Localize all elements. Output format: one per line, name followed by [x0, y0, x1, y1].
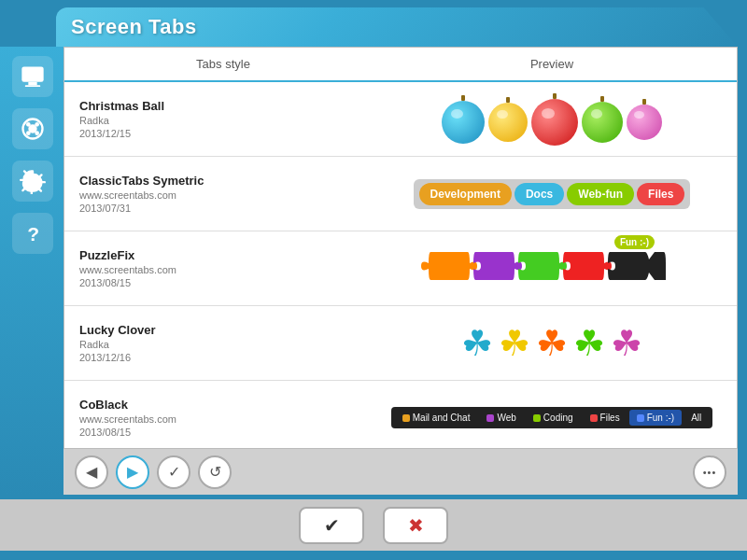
files-label: Files [600, 413, 620, 423]
monitor-icon [20, 63, 46, 90]
svg-rect-2 [25, 85, 40, 87]
table-header: Tabs style Preview [64, 48, 737, 82]
svg-point-7 [26, 131, 31, 135]
ornament-blue [442, 95, 485, 144]
row-title-classic: ClassicTabs Symetric [79, 174, 367, 188]
main-area: Tabs style Preview Christmas Ball Radka … [63, 47, 738, 495]
coblack-tabs-preview: Mail and Chat Web Coding Files [391, 407, 713, 428]
col-style-header: Tabs style [64, 57, 367, 71]
classic-tab-dev[interactable]: Development [419, 183, 512, 205]
table-row[interactable]: CoBlack www.screentabs.com 2013/08/15 Ma… [64, 381, 737, 455]
files-dot [590, 414, 598, 422]
svg-point-8 [35, 131, 39, 135]
fun-dot [637, 414, 644, 422]
svg-point-6 [35, 122, 39, 127]
coblack-tab-fun[interactable]: Fun :-) [629, 410, 682, 426]
coblack-tab-coding[interactable]: Coding [526, 410, 581, 426]
table-row[interactable]: ClassicTabs Symetric www.screentabs.com … [64, 157, 737, 231]
cancel-icon: ✖ [408, 514, 424, 537]
ok-icon: ✔ [324, 514, 340, 537]
svg-point-5 [26, 122, 31, 127]
col-preview-header: Preview [367, 57, 737, 71]
classic-tabs-preview: Development Docs Web-fun Files [414, 179, 691, 209]
coblack-tab-web[interactable]: Web [479, 410, 523, 426]
all-label: All [691, 413, 701, 423]
row-subtitle2-christmas: 2013/12/15 [79, 128, 367, 139]
paint-icon [20, 116, 46, 142]
row-info-classic: ClassicTabs Symetric www.screentabs.com … [64, 174, 367, 214]
refresh-icon: ↺ [209, 463, 221, 481]
row-subtitle2-clover: 2013/12/16 [79, 352, 367, 363]
clover-orange: ☘ [536, 323, 568, 364]
row-subtitle2-coblack: 2013/08/15 [79, 427, 367, 438]
more-button[interactable]: ••• [693, 455, 726, 489]
puzzle-preview: Fun :-) [421, 243, 683, 294]
puzzle-svg [421, 243, 683, 294]
ok-button[interactable]: ✔ [299, 507, 364, 544]
row-title-clover: Lucky Clover [79, 323, 367, 337]
sidebar-icon-settings[interactable] [12, 161, 53, 202]
classic-tab-webfun[interactable]: Web-fun [567, 183, 634, 205]
back-button[interactable]: ◀ [75, 455, 108, 489]
row-subtitle1-christmas: Radka [79, 115, 367, 126]
clover-blue: ☘ [461, 323, 493, 364]
web-label: Web [497, 413, 515, 423]
row-info-puzzle: PuzzleFix www.screentabs.com 2013/08/15 [64, 248, 367, 288]
forward-icon: ▶ [127, 463, 138, 481]
ornament-green [582, 96, 623, 143]
clover-preview: ☘ ☘ ☘ ☘ ☘ [461, 323, 642, 364]
row-preview-classic: Development Docs Web-fun Files [367, 179, 737, 209]
clover-green: ☘ [573, 323, 605, 364]
ornament-red [531, 93, 578, 146]
row-title-puzzle: PuzzleFix [79, 248, 367, 262]
toolbar-left: ◀ ▶ ✓ ↺ [75, 455, 232, 489]
web-dot [486, 414, 494, 422]
row-info-clover: Lucky Clover Radka 2013/12/16 [64, 323, 367, 363]
forward-button[interactable]: ▶ [116, 455, 149, 489]
row-preview-puzzle: Fun :-) [367, 243, 737, 294]
check-icon: ✓ [168, 463, 180, 481]
check-button[interactable]: ✓ [157, 455, 190, 489]
row-preview-coblack: Mail and Chat Web Coding Files [367, 407, 737, 428]
christmas-preview [442, 93, 662, 146]
table-row[interactable]: Christmas Ball Radka 2013/12/15 [64, 82, 737, 157]
svg-rect-0 [21, 67, 43, 82]
classic-tab-docs[interactable]: Docs [514, 183, 564, 205]
coblack-tab-files[interactable]: Files [583, 410, 627, 426]
app-title: Screen Tabs [71, 15, 197, 39]
sidebar-icon-help[interactable]: ? [12, 213, 53, 254]
table-row[interactable]: PuzzleFix www.screentabs.com 2013/08/15 … [64, 231, 737, 306]
row-info-coblack: CoBlack www.screentabs.com 2013/08/15 [64, 398, 367, 438]
sidebar-icon-monitor[interactable] [12, 56, 53, 97]
row-subtitle2-puzzle: 2013/08/15 [79, 277, 367, 288]
gear-icon [20, 168, 46, 194]
row-subtitle1-clover: Radka [79, 339, 367, 350]
title-bar: Screen Tabs [56, 7, 738, 47]
classic-tab-files[interactable]: Files [637, 183, 684, 205]
bottom-toolbar: ◀ ▶ ✓ ↺ ••• [63, 448, 738, 495]
row-subtitle2-classic: 2013/07/31 [79, 203, 367, 214]
mail-dot [402, 414, 410, 422]
coblack-tab-mail[interactable]: Mail and Chat [395, 410, 478, 426]
row-subtitle1-puzzle: www.screentabs.com [79, 264, 367, 275]
table-body: Christmas Ball Radka 2013/12/15 [64, 82, 737, 489]
row-preview-christmas [367, 93, 737, 146]
row-title-christmas: Christmas Ball [79, 99, 367, 113]
refresh-button[interactable]: ↺ [198, 455, 232, 489]
clover-pink: ☘ [611, 323, 642, 364]
help-icon: ? [20, 220, 46, 246]
back-icon: ◀ [86, 463, 97, 481]
fun-badge: Fun :-) [614, 235, 655, 249]
cancel-button[interactable]: ✖ [383, 507, 448, 544]
more-icon: ••• [703, 467, 717, 478]
row-title-coblack: CoBlack [79, 398, 367, 412]
row-preview-clover: ☘ ☘ ☘ ☘ ☘ [367, 323, 737, 364]
coblack-tab-all[interactable]: All [684, 410, 709, 426]
sidebar-icon-paint[interactable] [12, 108, 53, 149]
svg-text:?: ? [27, 223, 39, 245]
table-row[interactable]: Lucky Clover Radka 2013/12/16 ☘ ☘ ☘ ☘ ☘ [64, 306, 737, 381]
svg-rect-1 [28, 82, 36, 86]
clover-yellow: ☘ [499, 323, 530, 364]
row-subtitle1-classic: www.screentabs.com [79, 189, 367, 201]
coding-dot [533, 414, 541, 422]
